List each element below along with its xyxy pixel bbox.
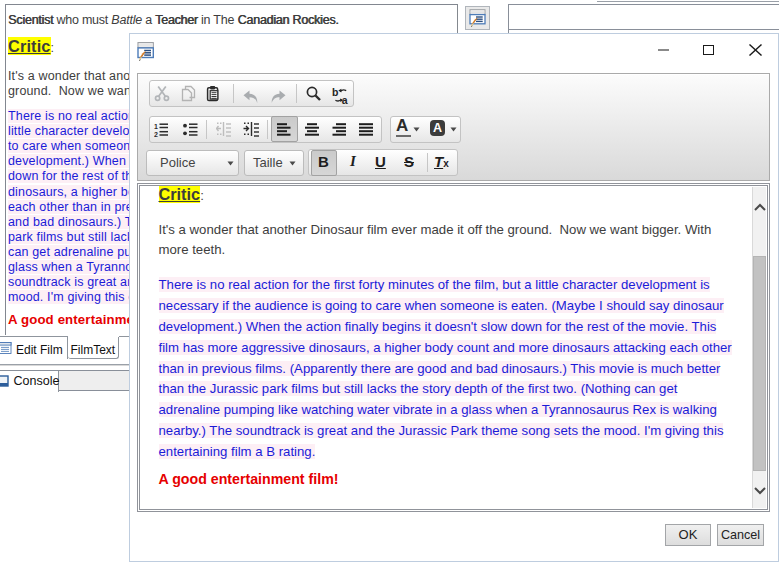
svg-text:b: b	[332, 87, 338, 98]
svg-text:1: 1	[154, 123, 158, 130]
svg-text:2: 2	[154, 131, 158, 138]
svg-text:a: a	[341, 93, 347, 104]
